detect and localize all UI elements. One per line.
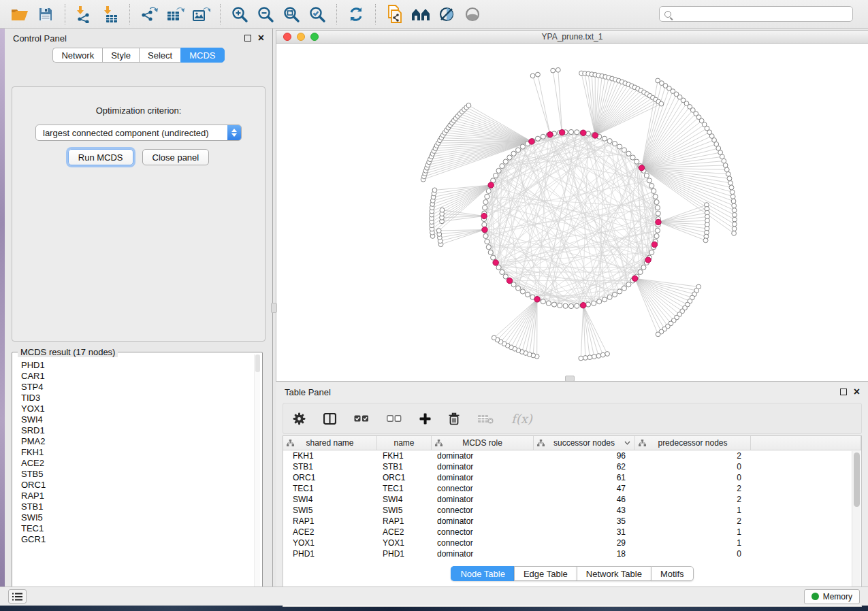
- mcds-result-item[interactable]: FKH1: [21, 447, 260, 458]
- save-icon[interactable]: [35, 4, 56, 24]
- tab-style[interactable]: Style: [102, 48, 139, 63]
- task-history-button[interactable]: [8, 589, 27, 604]
- create-column-icon[interactable]: [419, 413, 431, 425]
- table-scrollbar[interactable]: [852, 451, 861, 606]
- delete-column-icon[interactable]: [449, 412, 460, 425]
- clone-network-icon[interactable]: [385, 4, 405, 24]
- mcds-result-item[interactable]: STP4: [21, 382, 260, 393]
- table-row[interactable]: YOX1YOX1connector291: [283, 538, 861, 548]
- table-cell: 1: [635, 538, 751, 548]
- table-cell: 2: [635, 451, 751, 461]
- table-panel: Table Panel ×: [276, 382, 868, 587]
- run-mcds-button[interactable]: Run MCDS: [68, 149, 133, 165]
- table-row[interactable]: TEC1TEC1connector472: [283, 483, 861, 494]
- mcds-result-box: MCDS result (17 nodes) PHD1CAR1STP4TID3Y…: [12, 352, 263, 599]
- zoom-selected-icon[interactable]: [307, 4, 327, 24]
- mcds-result-item[interactable]: SRD1: [21, 425, 260, 436]
- column-header-shared-name[interactable]: shared name: [283, 436, 377, 450]
- table-row[interactable]: FKH1FKH1dominator962: [283, 450, 861, 461]
- table-cell: FKH1: [283, 451, 377, 461]
- table-row[interactable]: ACE2ACE2connector311: [283, 527, 861, 538]
- memory-button[interactable]: Memory: [804, 589, 860, 604]
- control-panel-tabs: NetworkStyleSelectMCDS: [5, 48, 272, 63]
- mcds-result-item[interactable]: GCR1: [21, 534, 260, 545]
- vertical-splitter-grip[interactable]: [271, 303, 277, 313]
- tab-network[interactable]: Network: [52, 48, 102, 63]
- column-header-name[interactable]: name: [377, 436, 432, 450]
- mcds-result-item[interactable]: CAR1: [21, 371, 260, 382]
- import-network-icon[interactable]: [74, 4, 95, 24]
- import-table-icon[interactable]: [100, 4, 120, 24]
- table-cell: 0: [635, 473, 751, 482]
- table-cell: 43: [534, 506, 635, 515]
- table-row[interactable]: SWI5SWI5connector431: [283, 505, 861, 516]
- unselect-all-icon[interactable]: [387, 415, 402, 422]
- status-bar: Memory: [0, 587, 868, 606]
- table-cell: 61: [534, 473, 635, 482]
- float-panel-icon[interactable]: [244, 35, 251, 42]
- column-header-MCDS-role[interactable]: MCDS role: [432, 436, 534, 450]
- mcds-result-item[interactable]: SWI5: [21, 512, 260, 523]
- desktop-wallpaper-left: [0, 29, 5, 587]
- export-table-icon[interactable]: [165, 4, 185, 24]
- select-all-icon[interactable]: [354, 415, 369, 422]
- column-header-successor-nodes[interactable]: successor nodes: [534, 436, 635, 450]
- table-cell: dominator: [432, 549, 534, 559]
- tab-edge-table[interactable]: Edge Table: [514, 566, 577, 581]
- table-row[interactable]: PHD1PHD1dominator180: [283, 548, 861, 559]
- table-row[interactable]: STB1STB1dominator620: [283, 461, 861, 472]
- optimization-dropdown[interactable]: largest connected component (undirected): [35, 125, 242, 141]
- float-table-panel-icon[interactable]: [840, 389, 847, 395]
- horizontal-splitter-grip[interactable]: [565, 376, 575, 382]
- show-columns-icon[interactable]: [323, 413, 336, 425]
- export-image-icon[interactable]: [191, 4, 211, 24]
- mcds-result-item[interactable]: PMA2: [21, 436, 260, 447]
- dropdown-value: largest connected component (undirected): [36, 128, 227, 138]
- table-cell: 1: [635, 527, 751, 537]
- zoom-fit-icon[interactable]: [281, 4, 302, 24]
- close-panel-icon[interactable]: ×: [258, 34, 264, 42]
- mcds-result-item[interactable]: STB5: [21, 469, 260, 480]
- refresh-icon[interactable]: [346, 4, 366, 24]
- table-scrollbar-thumb[interactable]: [854, 452, 860, 507]
- tab-motifs[interactable]: Motifs: [651, 566, 694, 581]
- mcds-result-item[interactable]: YOX1: [21, 403, 260, 414]
- table-row[interactable]: SWI4SWI4dominator462: [283, 494, 861, 505]
- close-panel-button[interactable]: Close panel: [142, 149, 210, 165]
- column-header-predecessor-nodes[interactable]: predecessor nodes: [635, 436, 751, 450]
- export-network-icon[interactable]: [139, 4, 159, 24]
- mcds-result-item[interactable]: PHD1: [21, 360, 260, 371]
- mcds-list-scrollbar[interactable]: [254, 354, 260, 597]
- table-cell: 31: [534, 527, 635, 537]
- toolbar-separator: [220, 4, 221, 24]
- table-cell: connector: [432, 484, 534, 493]
- table-cell: dominator: [432, 473, 534, 482]
- mcds-result-item[interactable]: STB1: [21, 501, 260, 512]
- zoom-out-icon[interactable]: [255, 4, 276, 24]
- open-folder-icon[interactable]: [10, 4, 30, 24]
- search-input[interactable]: [675, 10, 848, 19]
- network-window-titlebar[interactable]: YPA_prune.txt_1: [276, 31, 868, 44]
- shared-column-icon: [639, 440, 646, 447]
- mcds-result-item[interactable]: TEC1: [21, 523, 260, 534]
- network-canvas[interactable]: [276, 44, 868, 381]
- mcds-result-item[interactable]: TID3: [21, 393, 260, 403]
- table-row[interactable]: RAP1RAP1dominator352: [283, 516, 861, 527]
- tab-select[interactable]: Select: [139, 48, 180, 63]
- mcds-tab-content: Optimization criterion: largest connecte…: [12, 86, 266, 342]
- mcds-result-item[interactable]: RAP1: [21, 491, 260, 501]
- mcds-result-item[interactable]: ORC1: [21, 480, 260, 491]
- close-table-panel-icon[interactable]: ×: [854, 388, 860, 396]
- binoculars-icon[interactable]: [411, 4, 431, 24]
- table-settings-gear-icon[interactable]: [293, 412, 306, 425]
- show-details-icon[interactable]: [462, 4, 483, 24]
- tab-mcds[interactable]: MCDS: [180, 48, 224, 63]
- table-row[interactable]: ORC1ORC1dominator610: [283, 472, 861, 483]
- tab-node-table[interactable]: Node Table: [451, 566, 514, 581]
- mcds-result-item[interactable]: SWI4: [21, 414, 260, 425]
- hide-details-icon[interactable]: [436, 4, 457, 24]
- zoom-in-icon[interactable]: [229, 4, 250, 24]
- table-cell: ORC1: [377, 473, 432, 482]
- mcds-result-item[interactable]: ACE2: [21, 458, 260, 469]
- tab-network-table[interactable]: Network Table: [577, 566, 651, 581]
